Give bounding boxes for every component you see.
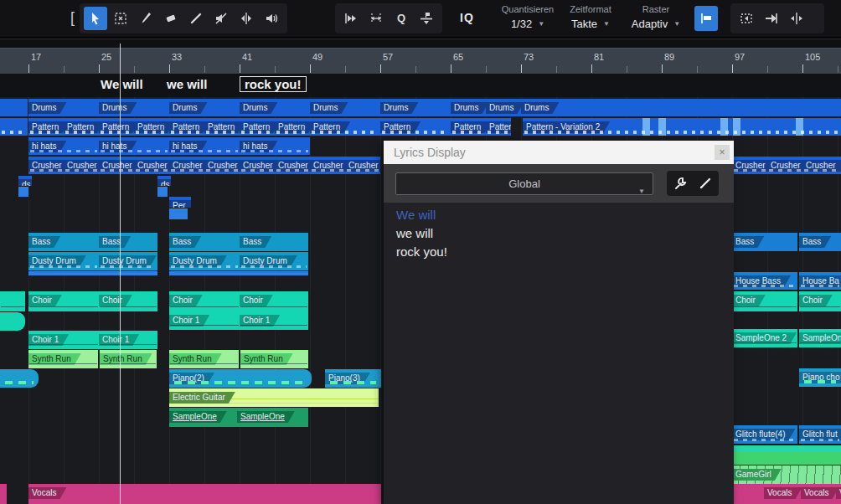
clip-hi-hats[interactable]: hi hats [240, 137, 310, 155]
clip-crusher[interactable]: Crusher [169, 157, 204, 174]
lyrics-text-panel[interactable]: We willwe willrock you! [384, 203, 734, 504]
clip-electric-guitar[interactable]: Electric Guitar [169, 388, 379, 407]
clip-crusher[interactable]: Crusher [345, 157, 380, 174]
clip-unlabeled[interactable] [169, 208, 188, 219]
clip-vocals[interactable]: Vocals [801, 484, 836, 504]
playhead-cursor[interactable] [120, 44, 121, 504]
clip-choir-1[interactable]: Choir 1 [99, 331, 157, 349]
clip-dusty-drum[interactable]: Dusty Drum [240, 252, 308, 270]
lyric-line-active[interactable]: We will [396, 208, 436, 222]
arrow-tool-icon[interactable] [84, 7, 107, 30]
clip-dusty-drum[interactable]: Dusty Drum [169, 252, 240, 270]
clip-crusher[interactable]: Crusher [134, 157, 169, 174]
clip-choir-1[interactable]: Choir 1 [240, 311, 308, 330]
track-view-icon[interactable] [735, 7, 758, 30]
clip-drums[interactable]: Drums [99, 99, 169, 116]
lyric-event[interactable]: rock you! [240, 76, 307, 92]
clip-v[interactable]: V [836, 484, 841, 504]
clip-choir-1[interactable]: Choir 1 [28, 331, 99, 349]
input-quantize-label[interactable]: IQ [460, 11, 474, 24]
clip-pattern[interactable]: Pattern [275, 118, 310, 136]
clip-pattern[interactable]: Pattern [380, 118, 451, 136]
clip-drums[interactable]: Drums [240, 99, 310, 116]
clip-per[interactable]: Per [169, 197, 191, 208]
goto-end-icon[interactable] [760, 7, 783, 30]
clip-sampleone[interactable]: SampleOne [169, 408, 237, 427]
clip-hi-hats[interactable]: hi hats [169, 137, 240, 155]
clip-glitch-flut[interactable]: Glitch flut [799, 425, 841, 444]
clip-hi-hats[interactable]: hi hats [28, 137, 99, 155]
lyric-line[interactable]: we will [396, 226, 433, 240]
chevron-down-icon[interactable]: ▼ [603, 20, 610, 28]
lyrics-scope-dropdown[interactable]: Global ▼ [395, 172, 653, 195]
range-tool-icon[interactable] [109, 7, 132, 30]
clip-choir[interactable]: Choir [732, 291, 797, 311]
clip-crusher[interactable]: Crusher [240, 157, 275, 174]
clip-unlabeled[interactable] [157, 187, 168, 197]
clip-c[interactable]: C [838, 157, 841, 174]
clip-bass[interactable]: Bass [240, 233, 308, 251]
chevron-down-icon[interactable]: ▼ [538, 20, 544, 28]
clip-crusher[interactable]: Crusher [204, 157, 240, 174]
clip-gamegirl[interactable]: GameGirl [732, 465, 841, 484]
clip-unlabeled[interactable] [18, 187, 28, 197]
clip-piano-2-[interactable]: Piano(2) [169, 369, 312, 388]
clip-piano-3-[interactable]: Piano(3) [325, 369, 381, 388]
clip-house-bass[interactable]: House Bass [732, 272, 797, 290]
clip-pattern[interactable]: Pattern [134, 118, 169, 136]
clip-ds[interactable]: ds [18, 176, 32, 186]
raster-value[interactable]: Adaptiv [632, 18, 668, 30]
clip-synth-run[interactable]: Synth Run [100, 350, 157, 368]
clip-crusher[interactable]: Crusher [802, 157, 838, 174]
clip-drums[interactable]: Drums [380, 99, 451, 116]
clip-pattern-variation-2[interactable]: Pattern - Variation 2 [523, 118, 841, 136]
clip-bass[interactable]: Bass [99, 233, 157, 251]
clip-crusher[interactable]: Crusher [275, 157, 310, 174]
clip-unlabeled[interactable] [0, 118, 28, 136]
timestretch-icon[interactable] [364, 7, 388, 30]
lyric-events-lane[interactable]: We willwe willrock you! [0, 74, 841, 97]
clip-unlabeled[interactable] [0, 484, 7, 504]
lyric-event[interactable]: We will [101, 77, 143, 91]
clip-synth-run[interactable]: Synth Run [28, 350, 98, 368]
clip-hi-hats[interactable]: hi hats [99, 137, 169, 155]
clip-pattern[interactable]: Pattern [451, 118, 486, 136]
split-view-icon[interactable] [785, 7, 808, 30]
clip-choir[interactable]: Choir [240, 291, 308, 311]
clip-unlabeled[interactable] [0, 291, 25, 311]
clip-pattern[interactable]: Pattern [169, 118, 204, 136]
bend-marker-icon[interactable] [415, 7, 438, 30]
clip-unlabeled[interactable] [0, 99, 28, 116]
mute-tool-icon[interactable] [209, 7, 233, 30]
clip-drums[interactable]: Drums [451, 99, 486, 116]
clip-synth-run[interactable]: Synth Run [169, 350, 239, 368]
clip-pattern[interactable]: Pattern [64, 118, 99, 136]
clip-choir[interactable]: Choir [99, 291, 157, 311]
clip-sampleone[interactable]: SampleOne [237, 408, 308, 427]
clip-crusher[interactable]: Crusher [732, 157, 767, 174]
clip-drums[interactable]: Drums [28, 99, 99, 116]
clip-pattern[interactable]: Pattern [240, 118, 275, 136]
lyric-event[interactable]: we will [167, 77, 207, 91]
clip-bass[interactable]: Bass [732, 233, 797, 251]
pencil-icon[interactable] [694, 172, 716, 194]
clip-bass[interactable]: Bass [799, 233, 841, 251]
clip-drums[interactable]: Drums [486, 99, 521, 116]
timeformat-value[interactable]: Takte [571, 18, 597, 30]
clip-drums[interactable]: Drums [310, 99, 380, 116]
bend-split-tool-icon[interactable] [235, 7, 258, 30]
clip-choir[interactable]: Choir [28, 291, 99, 311]
clip-unlabeled[interactable] [0, 312, 25, 331]
clip-unlabeled[interactable] [0, 369, 39, 388]
window-titlebar[interactable]: Lyrics Display × [384, 141, 734, 164]
clip-bass[interactable]: Bass [169, 233, 240, 251]
clip-sampleone-2[interactable]: SampleOne 2 [732, 329, 797, 347]
clip-patter[interactable]: Patter [486, 118, 511, 136]
clip-unlabeled[interactable] [732, 445, 841, 465]
clip-crusher[interactable]: Crusher [310, 157, 345, 174]
clip-glitch-flute-4-[interactable]: Glitch flute(4) [732, 425, 797, 444]
clip-drums[interactable]: Drums [521, 99, 841, 116]
clip-synth-run[interactable]: Synth Run [240, 350, 308, 368]
snap-toggle-button[interactable] [694, 6, 718, 31]
clip-vocals[interactable]: Vocals [764, 484, 801, 504]
